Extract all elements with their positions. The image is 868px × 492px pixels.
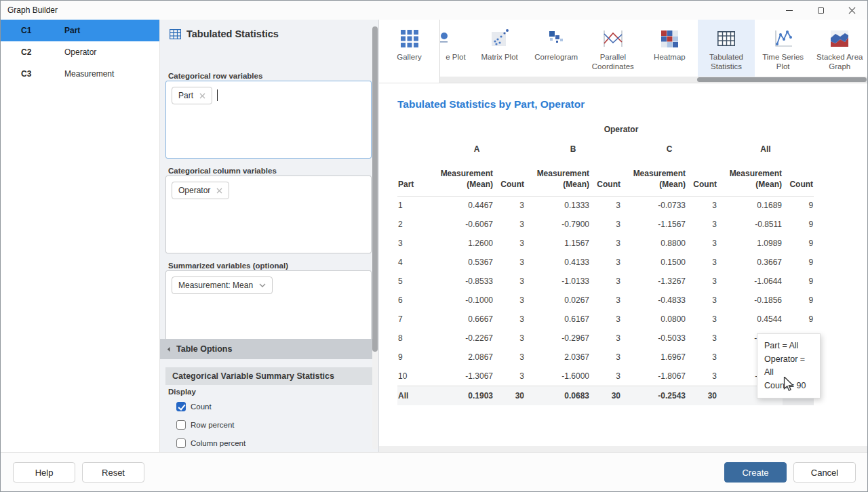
table-cell[interactable]: 1.0989 (717, 234, 783, 253)
table-cell[interactable]: -0.2967 (525, 329, 590, 348)
table-cell[interactable]: 3 (494, 215, 525, 234)
gallery-item-heatmap[interactable]: Heatmap (642, 20, 698, 77)
table-cell[interactable]: 3 (590, 253, 621, 272)
panel-scrollbar-thumb[interactable] (372, 26, 378, 352)
table-cell[interactable]: 3 (494, 348, 525, 367)
table-cell[interactable]: 3 (590, 234, 621, 253)
minimize-button[interactable] (774, 1, 805, 20)
table-cell[interactable]: 3 (494, 310, 525, 329)
gallery-button[interactable]: Gallery (379, 20, 440, 83)
row-part-cell[interactable]: 1 (397, 196, 429, 215)
table-cell[interactable]: 30 (590, 386, 621, 405)
chevron-down-icon[interactable] (259, 283, 266, 287)
row-part-cell[interactable]: All (397, 386, 429, 405)
column-variables-box[interactable]: Operator (165, 176, 372, 253)
table-cell[interactable]: -0.8511 (717, 215, 783, 234)
table-cell[interactable]: 3 (686, 310, 717, 329)
table-cell[interactable]: 3 (494, 253, 525, 272)
table-cell[interactable]: 3 (494, 234, 525, 253)
table-cell[interactable]: 3 (686, 272, 717, 291)
table-options-header[interactable]: Table Options (160, 339, 373, 359)
table-cell[interactable]: -1.6000 (525, 367, 590, 386)
table-cell[interactable]: 3 (494, 329, 525, 348)
table-cell[interactable]: 0.0800 (621, 310, 686, 329)
table-cell[interactable]: 3 (590, 367, 621, 386)
table-cell[interactable]: -1.8067 (621, 367, 686, 386)
table-cell[interactable]: 2.0867 (429, 348, 494, 367)
table-cell[interactable]: 0.4133 (525, 253, 590, 272)
table-cell[interactable]: 0.0267 (525, 291, 590, 310)
checkbox-row-percent[interactable]: Row percent (176, 420, 245, 430)
table-cell[interactable]: -1.0133 (525, 272, 590, 291)
row-part-cell[interactable]: 2 (397, 215, 429, 234)
table-cell[interactable]: 3 (686, 234, 717, 253)
table-cell[interactable]: 9 (783, 196, 814, 215)
close-button[interactable] (836, 1, 867, 20)
table-cell[interactable]: 0.1500 (621, 253, 686, 272)
chip-part[interactable]: Part (172, 87, 212, 104)
table-cell[interactable]: 0.1689 (717, 196, 783, 215)
chip-measurement-mean[interactable]: Measurement: Mean (172, 276, 273, 294)
table-cell[interactable]: -0.2267 (429, 329, 494, 348)
remove-chip-icon[interactable] (199, 93, 205, 99)
table-cell[interactable]: 0.8800 (621, 234, 686, 253)
gallery-scrollbar-thumb[interactable] (697, 77, 867, 82)
table-cell[interactable]: 3 (686, 196, 717, 215)
gallery-item-correlogram[interactable]: Correlogram (528, 20, 585, 77)
table-cell[interactable]: 0.4467 (429, 196, 494, 215)
row-part-cell[interactable]: 9 (397, 348, 429, 367)
row-part-cell[interactable]: 10 (397, 367, 429, 386)
table-cell[interactable]: 30 (686, 386, 717, 405)
table-cell[interactable]: -0.1000 (429, 291, 494, 310)
remove-chip-icon[interactable] (216, 188, 222, 194)
row-part-cell[interactable]: 3 (397, 234, 429, 253)
row-part-cell[interactable]: 7 (397, 310, 429, 329)
checkbox-column-percent[interactable]: Column percent (176, 438, 245, 448)
table-cell[interactable]: 1.2600 (429, 234, 494, 253)
cancel-button[interactable]: Cancel (793, 462, 856, 483)
gallery-item-parallel-coordinates[interactable]: Parallel Coordinates (585, 20, 642, 77)
gallery-item-matrix-plot[interactable]: Matrix Plot (471, 20, 528, 77)
row-part-cell[interactable]: 8 (397, 329, 429, 348)
table-cell[interactable]: -0.0733 (621, 196, 686, 215)
row-part-cell[interactable]: 5 (397, 272, 429, 291)
table-cell[interactable]: 2.0367 (525, 348, 590, 367)
gallery-item-e-plot[interactable]: e Plot (440, 20, 471, 77)
table-cell[interactable]: -0.2543 (621, 386, 686, 405)
table-cell[interactable]: -0.8533 (429, 272, 494, 291)
table-cell[interactable]: 3 (686, 348, 717, 367)
table-cell[interactable]: 0.4544 (717, 310, 783, 329)
table-cell[interactable]: 1.1567 (525, 234, 590, 253)
table-cell[interactable]: 0.5367 (429, 253, 494, 272)
table-cell[interactable]: -0.5033 (621, 329, 686, 348)
table-cell[interactable]: 3 (686, 367, 717, 386)
table-cell[interactable]: -1.0644 (717, 272, 783, 291)
table-cell[interactable]: 3 (590, 310, 621, 329)
column-row-operator[interactable]: C2Operator (1, 41, 159, 63)
table-cell[interactable]: 3 (590, 215, 621, 234)
row-part-cell[interactable]: 4 (397, 253, 429, 272)
table-cell[interactable]: 3 (590, 348, 621, 367)
table-cell[interactable]: -0.7900 (525, 215, 590, 234)
table-cell[interactable]: -1.3267 (621, 272, 686, 291)
table-cell[interactable]: -0.6067 (429, 215, 494, 234)
table-cell[interactable]: 9 (783, 234, 814, 253)
table-cell[interactable]: 3 (686, 291, 717, 310)
table-cell[interactable]: -1.1567 (621, 215, 686, 234)
gallery-item-tabulated-statistics[interactable]: Tabulated Statistics (698, 20, 755, 77)
panel-vertical-scrollbar[interactable] (372, 26, 378, 449)
table-cell[interactable]: 9 (783, 253, 814, 272)
table-cell[interactable]: 9 (783, 310, 814, 329)
table-cell[interactable]: 0.3667 (717, 253, 783, 272)
table-cell[interactable]: 3 (590, 329, 621, 348)
help-button[interactable]: Help (13, 462, 75, 483)
table-cell[interactable]: 0.1333 (525, 196, 590, 215)
table-cell[interactable]: 30 (494, 386, 525, 405)
table-cell[interactable]: -1.3067 (429, 367, 494, 386)
table-cell[interactable]: 3 (590, 272, 621, 291)
column-row-part[interactable]: C1Part (1, 20, 159, 41)
maximize-button[interactable] (805, 1, 836, 20)
table-cell[interactable]: 3 (494, 367, 525, 386)
table-cell[interactable]: 0.0683 (525, 386, 590, 405)
table-cell[interactable]: 3 (494, 272, 525, 291)
